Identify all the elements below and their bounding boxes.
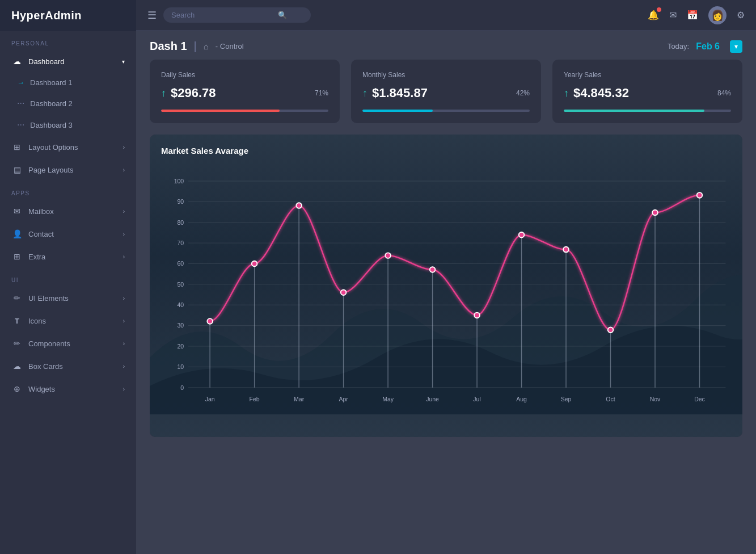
page-title: Dash 1 (150, 40, 187, 53)
svg-text:10: 10 (177, 363, 184, 370)
stat-card-value: ↑ $1.845.87 (362, 86, 428, 100)
svg-text:80: 80 (177, 219, 184, 226)
chart-title: Market Sales Avarage (161, 146, 731, 156)
avatar[interactable]: 👩 (708, 6, 727, 24)
topbar-actions: 🔔 ✉ 📅 👩 ⚙ (648, 6, 745, 24)
sidebar-item-page-layouts[interactable]: ▤ Page Layouts › (0, 158, 136, 181)
svg-text:90: 90 (177, 198, 184, 205)
svg-point-38 (385, 253, 391, 258)
svg-point-40 (474, 313, 480, 318)
progress-bar-bg (564, 110, 731, 112)
home-icon: ⌂ (204, 41, 209, 51)
stat-percent: 71% (315, 89, 328, 97)
breadcrumb-divider: | (194, 40, 197, 53)
chart-line (210, 195, 699, 330)
chevron-right-icon: › (123, 318, 125, 324)
chevron-right-icon: › (123, 167, 125, 173)
chevron-down-icon: ▾ (122, 58, 125, 65)
mailbox-icon: ✉ (11, 205, 23, 217)
sidebar-item-mailbox[interactable]: ✉ Mailbox › (0, 200, 136, 223)
svg-text:50: 50 (177, 281, 184, 288)
chevron-right-icon: › (123, 295, 125, 301)
ui-elements-icon: ✏ (11, 292, 23, 304)
svg-text:June: June (426, 396, 439, 402)
progress-bar-fill (362, 110, 433, 112)
hamburger-icon[interactable]: ☰ (147, 9, 157, 22)
svg-point-43 (608, 327, 614, 333)
page-content: Dash 1 | ⌂ - Control Today: Feb 6 ▾ Dail… (136, 31, 756, 554)
mail-icon[interactable]: ✉ (669, 10, 677, 20)
notification-badge (657, 7, 661, 12)
dashboard-submenu: → Dashboard 1 ··· Dashboard 2 ··· Dashbo… (0, 73, 136, 136)
svg-text:Jul: Jul (473, 396, 480, 402)
app-logo: HyperAdmin (0, 0, 136, 31)
sidebar-item-box-cards[interactable]: ☁ Box Cards › (0, 355, 136, 377)
chevron-right-icon: › (123, 386, 125, 392)
sidebar-item-ui-elements[interactable]: ✏ UI Elements › (0, 287, 136, 309)
extra-icon: ⊞ (11, 251, 23, 262)
today-dropdown-button[interactable]: ▾ (730, 40, 742, 53)
svg-point-41 (519, 232, 525, 238)
sidebar-item-contact[interactable]: 👤 Contact › (0, 223, 136, 245)
today-label: Today: (668, 42, 689, 51)
svg-text:60: 60 (177, 260, 184, 267)
sidebar-item-extra[interactable]: ⊞ Extra › (0, 245, 136, 268)
chevron-right-icon: › (123, 231, 125, 237)
sidebar-item-dashboard1[interactable]: → Dashboard 1 (0, 73, 136, 93)
stat-card-row: ↑ $296.78 71% (161, 86, 328, 100)
svg-text:Apr: Apr (339, 396, 348, 402)
chart-section: Market Sales Avarage (150, 135, 742, 437)
sidebar-item-layout-options[interactable]: ⊞ Layout Options › (0, 136, 136, 158)
svg-point-45 (697, 192, 703, 198)
chart-svg: 0 10 20 30 40 50 60 70 80 90 100 (161, 165, 731, 426)
svg-text:100: 100 (174, 178, 184, 184)
layout-icon: ⊞ (11, 141, 23, 153)
sidebar-item-dashboard[interactable]: ☁ Dashboard ▾ (0, 50, 136, 73)
dashboard-icon: ☁ (11, 56, 23, 67)
breadcrumb: Dash 1 | ⌂ - Control Today: Feb 6 ▾ (136, 31, 756, 60)
calendar-icon[interactable]: 📅 (687, 10, 698, 20)
today-date: Feb 6 (696, 41, 720, 52)
sidebar-item-components[interactable]: ✏ Components › (0, 332, 136, 355)
chart-container: 0 10 20 30 40 50 60 70 80 90 100 (161, 165, 731, 426)
svg-text:Mar: Mar (294, 396, 305, 402)
svg-text:0: 0 (180, 384, 184, 391)
stat-card-value: ↑ $296.78 (161, 86, 216, 100)
progress-bar-bg (161, 110, 328, 112)
sidebar-item-widgets[interactable]: ⊕ Widgets › (0, 377, 136, 400)
contact-icon: 👤 (11, 228, 23, 240)
dots-icon: ··· (17, 120, 24, 130)
svg-point-34 (207, 318, 213, 324)
svg-text:20: 20 (177, 343, 184, 350)
svg-point-35 (252, 261, 257, 267)
sidebar-item-icons[interactable]: T Icons › (0, 309, 136, 332)
arrow-up-icon: ↑ (564, 87, 569, 99)
stat-card-title: Daily Sales (161, 71, 328, 79)
sidebar-item-dashboard2[interactable]: ··· Dashboard 2 (0, 93, 136, 114)
chevron-right-icon: › (123, 208, 125, 215)
chevron-right-icon: › (123, 363, 125, 370)
sidebar-section-apps: APPS (0, 181, 136, 200)
settings-icon[interactable]: ⚙ (737, 10, 745, 20)
stat-card-row: ↑ $1.845.87 42% (362, 86, 530, 100)
stat-percent: 84% (717, 89, 731, 97)
svg-point-39 (430, 267, 436, 272)
progress-bar-fill (161, 110, 280, 112)
svg-text:Aug: Aug (516, 396, 527, 402)
notification-icon[interactable]: 🔔 (648, 10, 659, 20)
chevron-right-icon: › (123, 144, 125, 150)
svg-text:40: 40 (177, 301, 184, 308)
search-input[interactable] (171, 11, 273, 19)
arrow-up-icon: ↑ (161, 87, 166, 99)
svg-text:May: May (382, 396, 394, 402)
page-layout-icon: ▤ (11, 164, 23, 175)
stat-card-daily: Daily Sales ↑ $296.78 71% (150, 60, 340, 123)
svg-text:Jan: Jan (205, 396, 215, 402)
svg-point-42 (563, 247, 569, 253)
widgets-icon: ⊕ (11, 383, 23, 394)
progress-bar-fill (564, 110, 704, 112)
svg-text:70: 70 (177, 240, 184, 246)
sidebar-item-dashboard3[interactable]: ··· Dashboard 3 (0, 114, 136, 136)
stat-percent: 42% (516, 89, 530, 97)
arrow-up-icon: ↑ (362, 87, 368, 99)
